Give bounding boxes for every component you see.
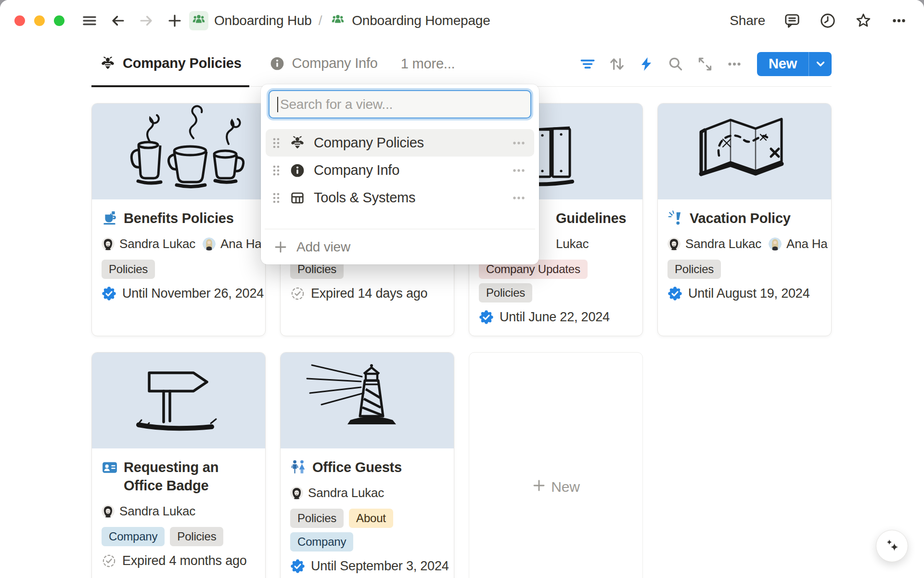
notion-window: Onboarding Hub / Onboarding Homepage Sha…	[0, 0, 924, 578]
tag-row: Policies	[102, 260, 256, 279]
forward-arrow-icon[interactable]	[138, 12, 155, 29]
view-list-item-label: Company Policies	[314, 135, 509, 151]
person-name: Sandra Lukac	[308, 486, 384, 500]
person-name: Sandra Lukac	[685, 236, 761, 251]
tag: Policies	[102, 260, 155, 279]
new-page-plus-icon[interactable]	[166, 12, 183, 29]
person-name: Ana Ha	[220, 236, 262, 251]
card-people: Sandra LukacAna Hau	[667, 236, 828, 252]
tag: About	[349, 509, 393, 528]
map-illustration	[657, 104, 832, 199]
card-date: Until November 26, 2024	[102, 286, 256, 301]
favorite-star-icon[interactable]	[855, 12, 872, 29]
new-button-chevron-down-icon[interactable]	[808, 52, 832, 76]
view-item-ellipsis-icon[interactable]	[509, 162, 528, 179]
breadcrumb-item-onboarding-homepage[interactable]: Onboarding Homepage	[352, 13, 490, 28]
tab-company-info[interactable]: Company Info	[261, 41, 385, 87]
zoom-window-button[interactable]	[54, 15, 64, 26]
card-date: Until September 3, 2024	[290, 559, 444, 574]
sort-icon[interactable]	[608, 55, 626, 73]
teamspace-people-group-icon[interactable]	[189, 11, 208, 30]
view-item-ellipsis-icon[interactable]	[509, 190, 528, 206]
add-view-label: Add view	[296, 239, 350, 255]
card-date: Expired 4 months ago	[102, 553, 256, 568]
add-view-button[interactable]: Add view	[265, 229, 535, 264]
breadcrumb-item-onboarding-hub[interactable]: Onboarding Hub	[214, 13, 312, 28]
gallery-card[interactable]: Office Guests Sandra Lukac PoliciesAbout…	[280, 352, 454, 578]
view-list-item-label: Tools & Systems	[314, 190, 509, 206]
tag: Policies	[667, 260, 721, 279]
info-icon	[269, 55, 286, 72]
breadcrumb: Onboarding Hub / Onboarding Homepage	[189, 11, 490, 30]
view-list-item[interactable]: Company Info	[266, 157, 534, 184]
table-icon	[289, 189, 306, 207]
minimize-window-button[interactable]	[34, 15, 45, 26]
tag-row: Policies	[479, 283, 633, 302]
card-cover	[92, 104, 265, 199]
text-cursor	[277, 97, 278, 112]
page-people-group-icon	[329, 12, 347, 30]
drag-handle-icon[interactable]	[271, 163, 282, 178]
card-title-text: Benefits Policies	[124, 209, 234, 227]
view-search-input[interactable]	[279, 96, 523, 113]
gallery-card[interactable]: Requesting an Office Badge Sandra Lukac …	[91, 352, 266, 578]
expand-view-icon[interactable]	[696, 55, 714, 73]
card-title-text: Requesting an Office Badge	[124, 458, 254, 495]
card-title: Benefits Policies	[102, 209, 256, 227]
search-icon[interactable]	[667, 55, 684, 73]
card-title: Requesting an Office Badge	[102, 458, 256, 495]
automations-lightning-icon[interactable]	[638, 55, 655, 73]
more-views-button[interactable]: 1 more...	[397, 41, 459, 86]
filter-icon[interactable]	[579, 55, 596, 73]
tag: Policies	[170, 527, 223, 546]
card-cover	[92, 353, 265, 448]
card-cover	[658, 104, 831, 199]
card-body: Requesting an Office Badge Sandra Lukac …	[92, 448, 265, 568]
tag-row: Policies	[667, 260, 821, 279]
view-search-field[interactable]	[269, 90, 531, 118]
sidebar-menu-icon[interactable]	[81, 12, 98, 29]
drag-handle-icon[interactable]	[271, 136, 282, 150]
tab-label: Company Info	[292, 55, 378, 71]
more-options-icon[interactable]	[890, 12, 908, 29]
card-title-text: Guidelines	[556, 209, 626, 227]
back-arrow-icon[interactable]	[109, 12, 127, 29]
card-body: Office Guests Sandra Lukac PoliciesAbout…	[281, 448, 454, 574]
share-button[interactable]: Share	[730, 13, 765, 28]
ai-sparkles-button[interactable]	[876, 530, 908, 562]
tab-company-policies[interactable]: Company Policies	[91, 41, 249, 87]
card-people: Sandra Lukac	[102, 503, 262, 519]
gallery-card[interactable]: Benefits Policies Sandra LukacAna Ha Pol…	[91, 103, 266, 336]
view-switcher-dropdown: Company Policies Company Info Tools & Sy…	[261, 84, 539, 264]
history-clock-icon[interactable]	[819, 12, 836, 29]
tag: Policies	[290, 509, 344, 528]
new-card-label: New	[551, 479, 579, 495]
drag-handle-icon[interactable]	[271, 191, 282, 205]
gallery-card[interactable]: Vacation Policy Sandra LukacAna Hau Poli…	[657, 103, 832, 336]
new-button[interactable]: New	[757, 52, 808, 76]
bee-icon	[99, 55, 116, 72]
card-date-text: Expired 4 months ago	[122, 553, 247, 568]
tag-row: CompanyPolicies	[102, 527, 256, 546]
new-card-button[interactable]: New	[469, 352, 643, 578]
card-body: Benefits Policies Sandra LukacAna Ha Pol…	[92, 199, 265, 301]
sparkles-icon	[881, 535, 903, 557]
avatar	[102, 237, 115, 250]
exclamation-sparkle-icon	[667, 210, 684, 226]
view-list-item[interactable]: Tools & Systems	[266, 184, 534, 211]
person-name: Sandra Lukac	[119, 236, 195, 251]
card-date-text: Until November 26, 2024	[122, 286, 264, 301]
tag-row: PoliciesAbout	[290, 509, 444, 528]
card-title-text: Office Guests	[312, 458, 402, 476]
view-list-item[interactable]: Company Policies	[266, 129, 534, 157]
close-window-button[interactable]	[14, 15, 25, 26]
signpost-illustration	[91, 353, 266, 448]
view-item-ellipsis-icon[interactable]	[509, 135, 528, 151]
plus-icon	[532, 478, 546, 496]
view-options-ellipsis-icon[interactable]	[726, 55, 743, 73]
tag: Company	[290, 532, 353, 552]
tag: Company	[102, 527, 165, 546]
verified-badge-icon	[290, 559, 305, 574]
card-date: Until June 22, 2024	[479, 310, 633, 325]
comments-icon[interactable]	[783, 12, 801, 29]
